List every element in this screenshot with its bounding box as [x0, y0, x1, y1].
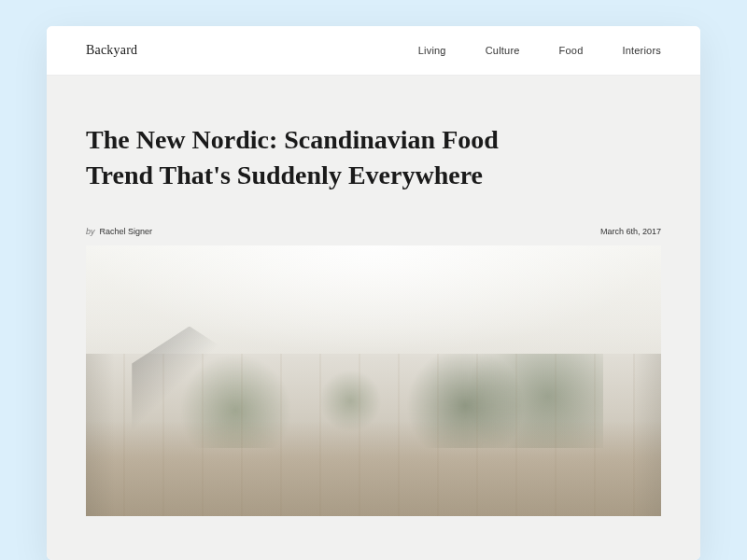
article-meta: by Rachel Signer March 6th, 2017	[86, 227, 661, 236]
site-header: Backyard Living Culture Food Interiors	[47, 26, 700, 76]
nav-item-food[interactable]: Food	[559, 45, 584, 56]
article-title: The New Nordic: Scandinavian Food Trend …	[86, 122, 534, 193]
image-decor-furniture	[86, 421, 661, 516]
image-decor-structure	[132, 327, 247, 476]
by-label: by	[86, 227, 95, 236]
article-content: The New Nordic: Scandinavian Food Trend …	[47, 76, 700, 560]
author-name: Rachel Signer	[100, 227, 153, 236]
nav-item-interiors[interactable]: Interiors	[622, 45, 661, 56]
publish-date: March 6th, 2017	[600, 227, 661, 236]
brand-logo[interactable]: Backyard	[86, 43, 137, 58]
nav-item-culture[interactable]: Culture	[486, 45, 520, 56]
main-nav: Living Culture Food Interiors	[418, 45, 661, 56]
byline: by Rachel Signer	[86, 227, 152, 236]
nav-item-living[interactable]: Living	[418, 45, 446, 56]
image-decor-greenery	[144, 354, 604, 449]
article-card: Backyard Living Culture Food Interiors T…	[47, 26, 700, 560]
hero-image	[86, 245, 661, 516]
